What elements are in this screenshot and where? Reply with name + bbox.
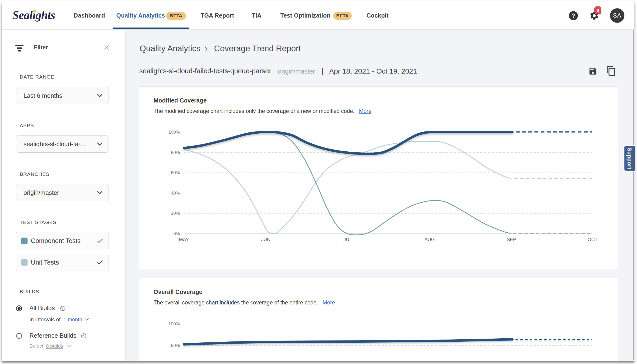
svg-text:40%: 40% [171,190,180,196]
svg-text:80%: 80% [171,343,180,348]
svg-text:OCT: OCT [588,237,598,242]
svg-text:JUL: JUL [344,237,352,242]
svg-text:JUN: JUN [261,237,270,242]
svg-text:20%: 20% [171,211,180,216]
svg-text:100%: 100% [168,321,180,326]
svg-text:60%: 60% [171,170,180,175]
svg-text:100%: 100% [168,130,180,134]
svg-text:80%: 80% [171,150,180,155]
svg-text:AUG: AUG [424,237,434,242]
svg-text:MAY: MAY [179,237,189,242]
svg-text:SEP: SEP [507,237,516,242]
svg-text:0%: 0% [174,231,180,236]
